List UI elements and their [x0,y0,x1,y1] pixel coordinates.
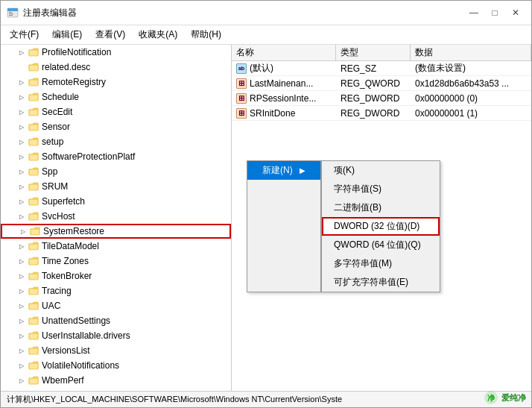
menu-item[interactable]: 查看(V) [89,27,131,43]
tree-toggle-icon[interactable]: ▷ [16,360,28,371]
statusbar-text: 计算机\HKEY_LOCAL_MACHINE\SOFTWARE\Microsof… [7,394,342,405]
tree-item-label: Schedule [42,92,79,102]
tree-item[interactable]: ▷ Time Zones [1,254,231,269]
svg-rect-3 [9,13,13,14]
tree-item[interactable]: ▷ UserInstallable.drivers [1,328,231,343]
tree-item[interactable]: ▷ SoftwareProtectionPlatf [1,149,231,164]
new-label: 新建(N) [262,164,293,177]
maximize-button[interactable]: □ [485,5,504,20]
tree-item[interactable]: ▷ UnattendSettings [1,313,231,328]
tree-item[interactable]: ▷ TokenBroker [1,269,231,283]
tree-item[interactable]: ▷ VersionsList [1,343,231,358]
main-content: ▷ ProfileNotification related.desc▷ Remo… [1,45,531,391]
table-row[interactable]: ⊞RPSessionInte...REG_DWORD0x00000000 (0) [232,91,531,106]
tree-toggle-icon[interactable]: ▷ [16,300,28,312]
tree-item[interactable]: ▷ SvcHost [1,209,231,224]
folder-icon [28,181,39,192]
folder-icon [28,46,39,58]
tree-item[interactable]: ▷ WbemPerf [1,373,231,388]
tree-item-label: SRUM [42,181,68,192]
tree-item-label: ProfileNotification [42,47,111,57]
tree-toggle-icon[interactable]: ▷ [16,151,28,163]
menu-item[interactable]: 帮助(H) [185,27,227,43]
tree-toggle-icon[interactable]: ▷ [16,106,28,118]
tree-toggle-icon[interactable]: ▷ [16,91,28,103]
td-name: ⊞SRInitDone [232,107,336,119]
registry-tree[interactable]: ▷ ProfileNotification related.desc▷ Remo… [1,45,232,391]
submenu-item[interactable]: QWORD (64 位值)(Q) [322,236,440,254]
new-arrow: ▶ [300,166,305,175]
tree-toggle-icon[interactable]: ▷ [16,240,28,252]
tree-item[interactable]: ▷ ProfileNotification [1,45,231,60]
tree-item[interactable]: related.desc [1,60,231,75]
menu-item[interactable]: 收藏夹(A) [133,27,183,43]
tree-item[interactable]: ▷ SRUM [1,179,231,194]
tree-toggle-icon[interactable]: ▷ [16,76,28,88]
td-data: (数值未设置) [411,61,531,75]
menu-item[interactable]: 文件(F) [4,27,45,43]
tree-toggle-icon[interactable]: ▷ [16,136,28,148]
tree-item[interactable]: ▷ Spp [1,164,231,179]
tree-toggle-icon[interactable]: ▷ [16,315,28,327]
submenu-item[interactable]: 多字符串值(M) [322,254,440,273]
folder-icon [28,240,39,252]
folder-icon [28,61,39,73]
reg-value-name: LastMainenan... [250,78,313,89]
menu-item[interactable]: 编辑(E) [46,27,88,43]
tree-item-label: related.desc [42,62,90,72]
tree-toggle-icon[interactable]: ▷ [16,270,28,282]
tree-toggle-icon[interactable]: ▷ [16,121,28,133]
folder-icon [28,285,39,297]
table-row[interactable]: ab(默认)REG_SZ(数值未设置) [232,61,531,76]
tree-item[interactable]: ▷ Sensor [1,119,231,134]
tree-item[interactable]: ▷ Tracing [1,283,231,298]
folder-icon [28,195,39,207]
tree-item-label: SvcHost [42,211,75,222]
tree-item[interactable]: ▷ SystemRestore [1,224,231,239]
tree-item[interactable]: ▷ setup [1,134,231,149]
tree-item[interactable]: ▷ RemoteRegistry [1,75,231,90]
tree-item-label: VolatileNotifications [42,360,119,371]
tree-item[interactable]: ▷ UAC [1,298,231,313]
table-header: 名称 类型 数据 [232,45,531,61]
submenu-item[interactable]: 可扩充字符串值(E) [322,273,440,292]
folder-icon [28,255,39,267]
tree-toggle-icon[interactable]: ▷ [16,285,28,297]
tree-toggle-icon[interactable]: ▷ [17,225,29,237]
tree-item[interactable]: ▷ TileDataModel [1,239,231,254]
table-row[interactable]: ⊞SRInitDoneREG_DWORD0x00000001 (1) [232,106,531,121]
submenu-item[interactable]: DWORD (32 位值)(D) [322,217,440,236]
tree-toggle-icon[interactable]: ▷ [16,330,28,342]
tree-toggle-icon[interactable]: ▷ [16,374,28,386]
td-name: ab(默认) [232,61,336,75]
folder-icon [28,270,39,282]
tree-toggle-icon[interactable] [16,61,28,73]
close-button[interactable]: ✕ [506,5,525,20]
folder-icon [28,345,39,357]
tree-toggle-icon[interactable]: ▷ [16,345,28,357]
tree-toggle-icon[interactable]: ▷ [16,46,28,58]
tree-item-label: UserInstallable.drivers [42,330,130,341]
submenu-item[interactable]: 字符串值(S) [322,180,440,198]
new-submenu-trigger[interactable]: 新建(N) ▶ [247,161,320,180]
tree-item[interactable]: ▷ VolatileNotifications [1,358,231,373]
window-controls: — □ ✕ [464,5,525,20]
tree-toggle-icon[interactable]: ▷ [16,210,28,222]
tree-toggle-icon[interactable]: ▷ [16,255,28,267]
tree-toggle-icon[interactable]: ▷ [16,166,28,178]
submenu-item[interactable]: 项(K) [322,161,440,180]
td-name: ⊞RPSessionInte... [232,92,336,104]
minimize-button[interactable]: — [464,5,484,20]
submenu-item[interactable]: 二进制值(B) [322,198,440,217]
tree-item[interactable]: ▷ SecEdit [1,104,231,119]
watermark-text: 爱纯净 [501,392,526,404]
table-row[interactable]: ⊞LastMainenan...REG_QWORD0x1d28db6a6b43a… [232,76,531,91]
window-title: 注册表编辑器 [23,7,464,19]
tree-item[interactable]: ▷ Superfetch [1,194,231,209]
tree-toggle-icon[interactable]: ▷ [16,181,28,192]
reg-value-name: RPSessionInte... [250,93,316,104]
tree-item-label: Spp [42,166,57,177]
td-type: REG_QWORD [336,78,411,90]
tree-item[interactable]: ▷ Schedule [1,90,231,104]
tree-toggle-icon[interactable]: ▷ [16,195,28,207]
